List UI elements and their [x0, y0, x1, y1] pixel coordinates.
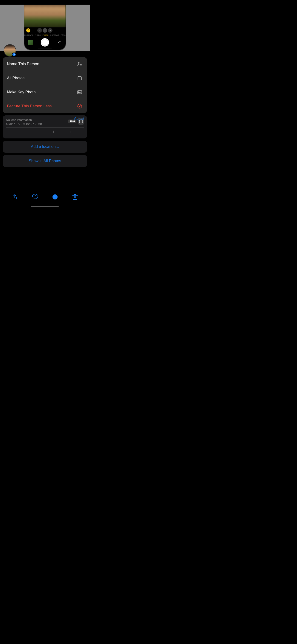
context-menu: Name This Person All Photos: [3, 57, 87, 113]
svg-text:i: i: [54, 195, 56, 199]
info-icon: i: [52, 194, 58, 200]
menu-item-all-photos[interactable]: All Photos: [3, 71, 87, 85]
mode-video[interactable]: VIDEO: [35, 34, 40, 36]
f-badge: f: [26, 28, 30, 32]
trash-icon: [72, 194, 78, 200]
menu-item-feature-less[interactable]: Feature This Person Less: [3, 99, 87, 113]
svg-point-0: [78, 62, 80, 64]
camera-viewfinder: [24, 4, 66, 28]
svg-rect-4: [78, 76, 81, 77]
album-icon: [76, 75, 83, 81]
feature-less-label: Feature This Person Less: [7, 104, 52, 108]
adjust-button[interactable]: Adjust: [74, 116, 84, 121]
share-icon: [12, 194, 18, 200]
share-button[interactable]: [10, 192, 19, 202]
main-content: ? Name This Person All Photos: [0, 51, 90, 212]
rotate-camera-icon[interactable]: ↺: [57, 40, 62, 45]
meta-dot-8: |: [70, 130, 71, 133]
xmark-circle-icon: [76, 103, 83, 110]
face-photo: [24, 4, 66, 28]
camera-capture-row: ↺: [24, 37, 66, 48]
hair-overlay: [24, 4, 66, 8]
phone-home-bar: [38, 48, 52, 49]
mode-portrait[interactable]: PORTRAIT: [50, 34, 59, 36]
mode-photo[interactable]: PHOTO: [42, 34, 48, 36]
info-button[interactable]: i: [50, 192, 60, 202]
phone-screen: f .5 1 2× CINEMATIC VIDEO PHOTO PORTRAIT…: [24, 4, 66, 50]
meta-dot-1: -: [10, 130, 11, 133]
svg-point-6: [78, 92, 79, 92]
phone-mockup: f .5 1 2× CINEMATIC VIDEO PHOTO PORTRAIT…: [24, 4, 66, 50]
person-avatar-container: ?: [4, 44, 16, 57]
capture-inner: [42, 40, 48, 45]
camera-controls: f .5 1 2×: [24, 28, 66, 34]
mode-cinematic[interactable]: CINEMATIC: [24, 34, 34, 36]
capture-button[interactable]: [41, 38, 49, 46]
meta-dot-7: -: [62, 130, 62, 133]
show-all-photos-button[interactable]: Show in All Photos: [3, 155, 87, 167]
mode-pano[interactable]: PANO: [61, 34, 66, 36]
photo-icon: [76, 89, 83, 95]
menu-item-key-photo[interactable]: Make Key Photo: [3, 85, 87, 99]
name-person-label: Name This Person: [7, 62, 39, 66]
add-location-button[interactable]: Add a location...: [3, 141, 87, 153]
meta-dot-9: -: [79, 130, 80, 133]
all-photos-label: All Photos: [7, 76, 25, 80]
home-bar: [31, 206, 59, 207]
meta-dot-3: -: [27, 130, 28, 133]
bottom-toolbar: i: [0, 188, 90, 204]
unknown-person-badge: ?: [12, 52, 16, 57]
info-panel-wrapper: PNG No lens information 5 MP • 2778 × 19…: [3, 116, 87, 138]
content-spacer: [0, 167, 90, 178]
delete-button[interactable]: [70, 192, 80, 202]
camera-modes-bar: CINEMATIC VIDEO PHOTO PORTRAIT PANO: [24, 34, 66, 37]
status-bar: [0, 0, 90, 4]
svg-rect-3: [78, 77, 82, 80]
person-badge-icon: [76, 61, 83, 67]
zoom-controls[interactable]: .5 1 2×: [37, 28, 52, 33]
add-location-label: Add a location...: [31, 144, 59, 149]
svg-rect-11: [73, 195, 77, 200]
show-all-photos-label: Show in All Photos: [29, 159, 61, 163]
zoom-2-btn[interactable]: 2×: [48, 28, 52, 33]
phone-home-indicator: [24, 48, 66, 50]
meta-dot-4: |: [36, 130, 36, 133]
home-indicator: [0, 204, 90, 212]
heart-icon: [32, 194, 38, 200]
zoom-1-btn[interactable]: 1: [42, 28, 47, 33]
thumbnail-preview[interactable]: [28, 40, 34, 45]
key-photo-label: Make Key Photo: [7, 90, 36, 94]
meta-dot-5: -: [44, 130, 45, 133]
zoom-05-btn[interactable]: .5: [37, 28, 42, 33]
meta-dot-2: |: [19, 130, 19, 133]
favorite-button[interactable]: [30, 192, 39, 202]
svg-point-2: [81, 65, 82, 66]
meta-divider-row: - | - | - | - | -: [6, 127, 84, 136]
menu-item-name-person[interactable]: Name This Person: [3, 57, 87, 71]
photo-preview-area: f .5 1 2× CINEMATIC VIDEO PHOTO PORTRAIT…: [0, 4, 90, 51]
meta-dot-6: |: [53, 130, 54, 133]
